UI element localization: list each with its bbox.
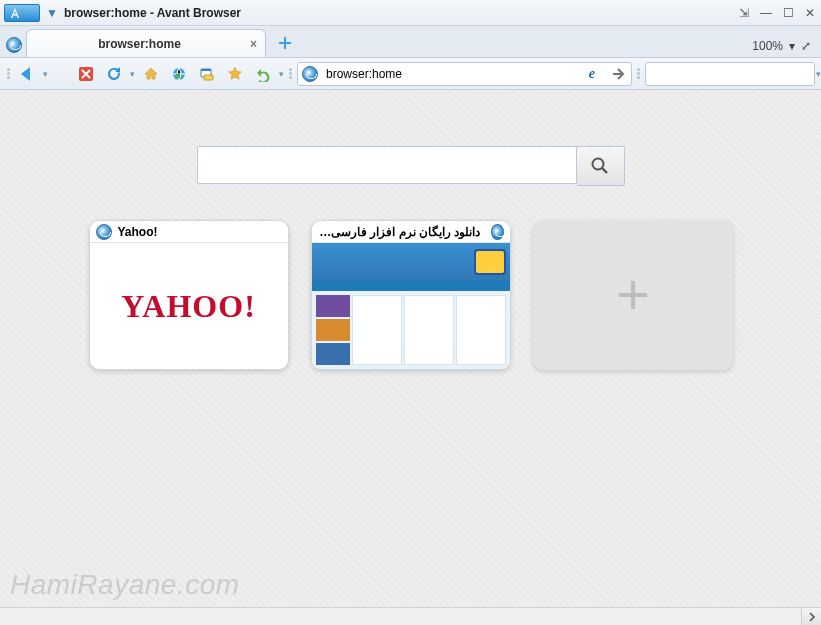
app-dropdown-icon[interactable]: ▼ (46, 6, 58, 20)
tile-add[interactable] (533, 220, 733, 370)
favorites-button[interactable] (223, 62, 247, 86)
home-search-input[interactable] (197, 146, 577, 184)
address-input[interactable] (324, 66, 583, 82)
popup-blocker-button[interactable] (195, 62, 219, 86)
tab-bar-favicon[interactable] (4, 33, 24, 57)
home-globe-button[interactable] (167, 62, 191, 86)
search-dropdown-icon[interactable]: ▾ (816, 69, 821, 79)
tile-title: دانلود رایگان نرم افزار فارسی - خرید پ..… (318, 225, 481, 239)
page-content: Yahoo! YAHOO! دانلود رایگان نرم افزار فا… (0, 90, 821, 607)
scrollbar-track[interactable] (0, 608, 801, 625)
toolbar: ▾ ▾ ▾ e ▾ (0, 58, 821, 90)
fullscreen-icon[interactable]: ⤢ (801, 39, 811, 53)
home-button[interactable] (139, 62, 163, 86)
reload-button[interactable] (102, 62, 126, 86)
undo-dropdown-icon[interactable]: ▾ (279, 69, 284, 79)
svg-rect-4 (204, 75, 213, 80)
tile-thumbnail (312, 243, 510, 369)
maximize-button[interactable]: ☐ (781, 6, 795, 20)
back-button[interactable] (15, 62, 39, 86)
undo-close-button[interactable] (251, 62, 275, 86)
detach-button[interactable]: ⇲ (737, 6, 751, 20)
tab-strip: browser:home × 100% ▾ ⤢ (0, 26, 821, 58)
minimize-button[interactable]: — (759, 6, 773, 20)
reload-dropdown-icon[interactable]: ▾ (130, 69, 135, 79)
search-input[interactable] (654, 66, 808, 82)
globe-icon (6, 37, 22, 53)
address-favicon-icon (302, 66, 318, 82)
home-search (197, 146, 625, 186)
speed-dial-tiles: Yahoo! YAHOO! دانلود رایگان نرم افزار فا… (89, 220, 733, 370)
tile-header: دانلود رایگان نرم افزار فارسی - خرید پ..… (312, 221, 510, 243)
globe-icon (96, 224, 112, 240)
zoom-dropdown-icon[interactable]: ▾ (789, 39, 795, 53)
tile-yahoo[interactable]: Yahoo! YAHOO! (89, 220, 289, 370)
watermark: HamiRayane.com (10, 569, 240, 601)
scroll-right-button[interactable] (801, 608, 821, 625)
yahoo-logo: YAHOO! (121, 288, 256, 325)
close-button[interactable]: ✕ (803, 6, 817, 20)
svg-rect-3 (201, 69, 211, 71)
tab-close-icon[interactable]: × (250, 37, 257, 51)
globe-icon (491, 224, 504, 240)
app-icon (4, 4, 40, 22)
horizontal-scrollbar[interactable] (0, 607, 821, 625)
zoom-level[interactable]: 100% (752, 39, 783, 53)
tile-header: Yahoo! (90, 221, 288, 243)
address-bar[interactable]: e (297, 62, 632, 86)
engine-ie-icon[interactable]: e (589, 66, 595, 82)
thumb-badge-icon (474, 249, 506, 275)
plus-icon (613, 275, 653, 315)
magnifier-icon (590, 156, 610, 176)
chevron-right-icon (807, 612, 817, 622)
grip-icon-3[interactable] (636, 68, 641, 79)
home-search-button[interactable] (577, 146, 625, 186)
go-icon[interactable] (611, 66, 627, 82)
title-bar: ▼ browser:home - Avant Browser ⇲ — ☐ ✕ (0, 0, 821, 26)
new-tab-button[interactable] (272, 32, 298, 54)
window-title: browser:home - Avant Browser (64, 6, 241, 20)
tile-title: Yahoo! (118, 225, 158, 239)
grip-icon[interactable] (6, 68, 11, 79)
back-dropdown-icon[interactable]: ▾ (43, 69, 48, 79)
search-box[interactable]: ▾ (645, 62, 815, 86)
tile-hamirayane[interactable]: دانلود رایگان نرم افزار فارسی - خرید پ..… (311, 220, 511, 370)
stop-button[interactable] (74, 62, 98, 86)
svg-point-8 (593, 159, 604, 170)
grip-icon-2[interactable] (288, 68, 293, 79)
tab-label: browser:home (35, 37, 244, 51)
tab-active[interactable]: browser:home × (26, 29, 266, 57)
